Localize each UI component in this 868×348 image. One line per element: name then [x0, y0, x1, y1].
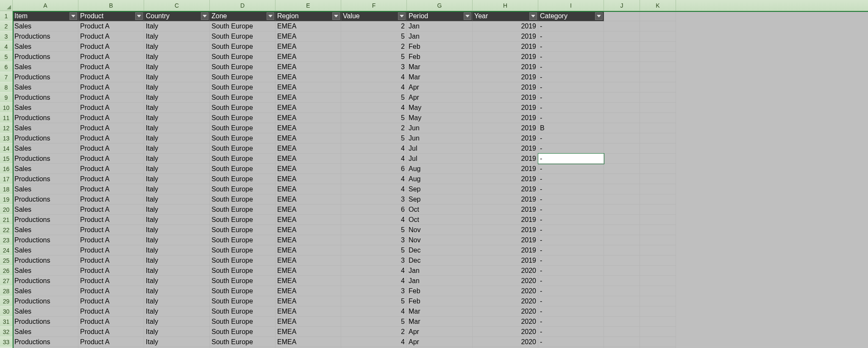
cell-I26[interactable]: - [538, 266, 604, 276]
cell-D13[interactable]: South Europe [210, 133, 275, 143]
cell-J2[interactable] [604, 21, 640, 31]
cell-E3[interactable]: EMEA [275, 31, 341, 42]
cell-E25[interactable]: EMEA [275, 255, 341, 266]
cell-C19[interactable]: Italy [144, 194, 210, 205]
cell-B17[interactable]: Product A [78, 174, 144, 184]
cell-I3[interactable]: - [538, 31, 604, 42]
column-header-K[interactable]: K [640, 0, 676, 11]
cell-G15[interactable]: Jul [407, 154, 473, 164]
row-header[interactable]: 23 [0, 235, 13, 245]
cell-F19[interactable]: 3 [341, 194, 407, 205]
cell-K7[interactable] [640, 72, 676, 82]
cell-F32[interactable]: 2 [341, 327, 407, 337]
table-header-Category[interactable]: Category [538, 11, 604, 21]
cell-E13[interactable]: EMEA [275, 133, 341, 143]
cell-F30[interactable]: 4 [341, 306, 407, 317]
cell-I10[interactable]: - [538, 103, 604, 113]
filter-dropdown-icon[interactable] [135, 12, 143, 20]
table-header-K[interactable] [640, 11, 676, 21]
cell-B2[interactable]: Product A [78, 21, 144, 31]
cell-I24[interactable]: - [538, 245, 604, 255]
cell-A17[interactable]: Productions [13, 174, 78, 184]
cell-G17[interactable]: Aug [407, 174, 473, 184]
cell-I18[interactable]: - [538, 184, 604, 194]
cell-E28[interactable]: EMEA [275, 286, 341, 296]
cell-K4[interactable] [640, 42, 676, 52]
row-header[interactable]: 2 [0, 21, 13, 31]
row-header[interactable]: 32 [0, 327, 13, 337]
cell-J11[interactable] [604, 113, 640, 123]
cell-B26[interactable]: Product A [78, 266, 144, 276]
cell-E15[interactable]: EMEA [275, 154, 341, 164]
cell-A30[interactable]: Sales [13, 306, 78, 317]
cell-E22[interactable]: EMEA [275, 225, 341, 235]
cell-J26[interactable] [604, 266, 640, 276]
cell-B7[interactable]: Product A [78, 72, 144, 82]
cell-D14[interactable]: South Europe [210, 143, 275, 154]
cell-F10[interactable]: 4 [341, 103, 407, 113]
cell-I25[interactable]: - [538, 255, 604, 266]
filter-dropdown-icon[interactable] [464, 12, 471, 20]
cell-K14[interactable] [640, 143, 676, 154]
cell-A28[interactable]: Sales [13, 286, 78, 296]
cell-C11[interactable]: Italy [144, 113, 210, 123]
cell-E2[interactable]: EMEA [275, 21, 341, 31]
cell-D7[interactable]: South Europe [210, 72, 275, 82]
cell-H16[interactable]: 2019 [473, 164, 538, 174]
cell-I6[interactable]: - [538, 62, 604, 72]
cell-H24[interactable]: 2019 [473, 245, 538, 255]
cell-H10[interactable]: 2019 [473, 103, 538, 113]
cell-C14[interactable]: Italy [144, 143, 210, 154]
cell-K16[interactable] [640, 164, 676, 174]
cell-E24[interactable]: EMEA [275, 245, 341, 255]
cell-K20[interactable] [640, 205, 676, 215]
cell-I16[interactable]: - [538, 164, 604, 174]
cell-D23[interactable]: South Europe [210, 235, 275, 245]
cell-E6[interactable]: EMEA [275, 62, 341, 72]
cell-C4[interactable]: Italy [144, 42, 210, 52]
cell-C17[interactable]: Italy [144, 174, 210, 184]
cell-C16[interactable]: Italy [144, 164, 210, 174]
row-header[interactable]: 25 [0, 255, 13, 266]
cell-K29[interactable] [640, 296, 676, 306]
row-header[interactable]: 9 [0, 93, 13, 103]
cell-B31[interactable]: Product A [78, 317, 144, 327]
table-header-Year[interactable]: Year [473, 11, 538, 21]
cell-G10[interactable]: May [407, 103, 473, 113]
cell-A16[interactable]: Sales [13, 164, 78, 174]
cell-I30[interactable]: - [538, 306, 604, 317]
row-header[interactable]: 7 [0, 72, 13, 82]
cell-A3[interactable]: Productions [13, 31, 78, 42]
cell-H23[interactable]: 2019 [473, 235, 538, 245]
cell-G14[interactable]: Jul [407, 143, 473, 154]
cell-C33[interactable]: Italy [144, 337, 210, 347]
cell-I11[interactable]: - [538, 113, 604, 123]
cell-E23[interactable]: EMEA [275, 235, 341, 245]
cell-C26[interactable]: Italy [144, 266, 210, 276]
table-header-Country[interactable]: Country [144, 11, 210, 21]
cell-K25[interactable] [640, 255, 676, 266]
cell-E26[interactable]: EMEA [275, 266, 341, 276]
cell-B10[interactable]: Product A [78, 103, 144, 113]
cell-A7[interactable]: Productions [13, 72, 78, 82]
cell-D27[interactable]: South Europe [210, 276, 275, 286]
cell-F14[interactable]: 4 [341, 143, 407, 154]
row-header[interactable]: 19 [0, 194, 13, 205]
table-header-Zone[interactable]: Zone [210, 11, 275, 21]
cell-C24[interactable]: Italy [144, 245, 210, 255]
cell-H20[interactable]: 2019 [473, 205, 538, 215]
cell-K30[interactable] [640, 306, 676, 317]
cell-J13[interactable] [604, 133, 640, 143]
cell-D6[interactable]: South Europe [210, 62, 275, 72]
cell-H21[interactable]: 2019 [473, 215, 538, 225]
cell-A21[interactable]: Productions [13, 215, 78, 225]
cell-G3[interactable]: Jan [407, 31, 473, 42]
cell-J18[interactable] [604, 184, 640, 194]
cell-I7[interactable]: - [538, 72, 604, 82]
cell-E14[interactable]: EMEA [275, 143, 341, 154]
table-header-Product[interactable]: Product [78, 11, 144, 21]
cell-A6[interactable]: Sales [13, 62, 78, 72]
cell-I8[interactable]: - [538, 82, 604, 93]
cell-H25[interactable]: 2019 [473, 255, 538, 266]
cell-E10[interactable]: EMEA [275, 103, 341, 113]
